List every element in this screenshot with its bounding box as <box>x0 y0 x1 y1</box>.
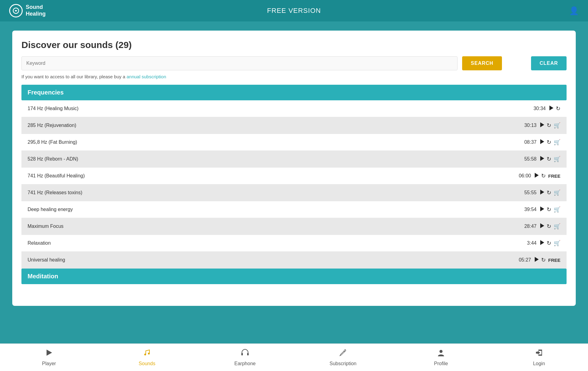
user-icon[interactable]: 👤 <box>569 6 579 16</box>
search-input[interactable] <box>21 56 458 70</box>
table-row: 285 Hz (Rejuvenation) 30:13 ↻ 🛒 <box>21 117 567 134</box>
table-row: Universal healing 05:27 ↻ FREE <box>21 252 567 269</box>
app-header: Sound Healing FREE VERSION 👤 <box>0 0 588 21</box>
nav-item-sounds[interactable]: Sounds <box>129 348 165 366</box>
subscription-icon <box>339 348 347 359</box>
nav-item-profile[interactable]: Profile <box>423 348 459 366</box>
play-button[interactable] <box>540 190 544 196</box>
section-header-frequencies: Frequencies <box>21 85 567 100</box>
track-name: 741 Hz (Releases toxins) <box>28 190 82 195</box>
search-button[interactable]: SEARCH <box>462 56 502 70</box>
track-duration: 30:34 <box>533 106 546 111</box>
clear-button[interactable]: CLEAR <box>531 56 567 70</box>
nav-item-player[interactable]: Player <box>31 348 67 366</box>
cart-button[interactable]: 🛒 <box>554 156 560 162</box>
table-row: 528 Hz (Reborn - ADN) 55:58 ↻ 🛒 <box>21 151 567 168</box>
table-row: Relaxation 3:44 ↻ 🛒 <box>21 235 567 252</box>
track-controls: 30:34 ↻ <box>533 105 560 112</box>
play-button[interactable] <box>549 106 553 112</box>
section-header-meditation: Meditation <box>21 269 567 284</box>
track-name: Deep healing energy <box>28 207 73 212</box>
cart-button[interactable]: 🛒 <box>554 189 560 196</box>
play-button[interactable] <box>535 257 539 263</box>
track-duration: 08:37 <box>524 139 537 145</box>
replay-button[interactable]: ↻ <box>556 105 560 112</box>
track-duration: 30:13 <box>524 123 537 128</box>
svg-point-7 <box>439 350 443 353</box>
page-title: Discover our sounds (29) <box>21 40 567 50</box>
nav-label-profile: Profile <box>434 361 448 366</box>
nav-item-earphone[interactable]: Earphone <box>227 348 263 366</box>
track-controls: 06:00 ↻ FREE <box>519 173 560 179</box>
replay-button[interactable]: ↻ <box>547 189 551 196</box>
replay-button[interactable]: ↻ <box>547 122 551 129</box>
cart-button[interactable]: 🛒 <box>554 139 560 146</box>
track-controls: 55:58 ↻ 🛒 <box>524 156 560 162</box>
track-name: 295,8 Hz (Fat Burning) <box>28 139 77 145</box>
free-badge: FREE <box>548 258 560 263</box>
svg-point-3 <box>148 353 150 354</box>
play-button[interactable] <box>535 173 539 179</box>
cart-button[interactable]: 🛒 <box>554 206 560 213</box>
logo-circle <box>9 4 23 17</box>
replay-button[interactable]: ↻ <box>547 156 551 162</box>
play-button[interactable] <box>540 240 544 246</box>
replay-button[interactable]: ↻ <box>541 257 546 263</box>
svg-rect-5 <box>247 353 249 355</box>
nav-label-subscription: Subscription <box>330 361 356 366</box>
track-controls: 30:13 ↻ 🛒 <box>524 122 560 129</box>
nav-item-login[interactable]: Login <box>521 348 557 366</box>
track-controls: 08:37 ↻ 🛒 <box>524 139 560 146</box>
track-duration: 28:47 <box>524 224 537 229</box>
replay-button[interactable]: ↻ <box>541 173 546 179</box>
svg-rect-4 <box>241 353 243 355</box>
play-button[interactable] <box>540 122 544 128</box>
nav-label-player: Player <box>42 361 56 366</box>
replay-button[interactable]: ↻ <box>547 206 551 213</box>
sounds-icon <box>143 348 151 359</box>
replay-button[interactable]: ↻ <box>547 240 551 247</box>
cart-button[interactable]: 🛒 <box>554 240 560 247</box>
subscription-link[interactable]: annual subscription <box>126 74 166 79</box>
track-duration: 39:54 <box>524 207 537 212</box>
logo: Sound Healing <box>9 4 46 17</box>
nav-item-subscription[interactable]: Subscription <box>325 348 361 366</box>
play-button[interactable] <box>540 206 544 213</box>
header-version-title: FREE VERSION <box>267 7 321 15</box>
table-row: Deep healing energy 39:54 ↻ 🛒 <box>21 201 567 218</box>
table-row: 741 Hz (Beautiful Healing) 06:00 ↻ FREE <box>21 168 567 184</box>
subscription-notice: If you want to access to all our library… <box>21 74 567 79</box>
cart-button[interactable]: 🛒 <box>554 223 560 230</box>
play-button[interactable] <box>540 139 544 145</box>
track-controls: 28:47 ↻ 🛒 <box>524 223 560 230</box>
logo-text: Sound Healing <box>26 4 46 17</box>
nav-label-login: Login <box>533 361 545 366</box>
track-controls: 55:55 ↻ 🛒 <box>524 189 560 196</box>
play-button[interactable] <box>540 223 544 229</box>
replay-button[interactable]: ↻ <box>547 139 551 146</box>
track-duration: 06:00 <box>519 173 531 179</box>
main-wrapper: Discover our sounds (29) SEARCH CLEAR If… <box>0 21 588 343</box>
table-row: Maximum Focus 28:47 ↻ 🛒 <box>21 218 567 235</box>
login-icon <box>535 348 543 359</box>
svg-marker-1 <box>47 350 52 356</box>
replay-button[interactable]: ↻ <box>547 223 551 230</box>
bottom-nav: Player Sounds Earphone <box>0 343 588 371</box>
track-duration: 55:58 <box>524 156 537 162</box>
profile-icon <box>437 348 445 359</box>
content-card: Discover our sounds (29) SEARCH CLEAR If… <box>12 31 576 306</box>
cart-button[interactable]: 🛒 <box>554 122 560 129</box>
svg-point-2 <box>144 354 146 355</box>
track-name: 174 Hz (Healing Music) <box>28 106 78 111</box>
table-row: 741 Hz (Releases toxins) 55:55 ↻ 🛒 <box>21 184 567 201</box>
track-name: Relaxation <box>28 240 51 246</box>
play-button[interactable] <box>540 156 544 162</box>
track-name: 285 Hz (Rejuvenation) <box>28 123 76 128</box>
table-row: 295,8 Hz (Fat Burning) 08:37 ↻ 🛒 <box>21 134 567 151</box>
earphone-icon <box>241 348 249 359</box>
track-duration: 3:44 <box>527 240 537 246</box>
track-name: 741 Hz (Beautiful Healing) <box>28 173 85 179</box>
track-controls: 39:54 ↻ 🛒 <box>524 206 560 213</box>
track-duration: 55:55 <box>524 190 537 195</box>
table-row: 174 Hz (Healing Music) 30:34 ↻ <box>21 100 567 117</box>
